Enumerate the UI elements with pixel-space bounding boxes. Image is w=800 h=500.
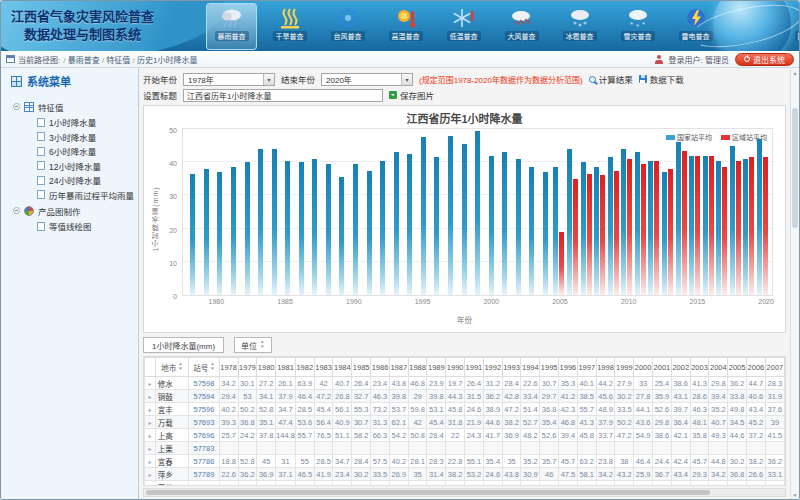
year-column-header-2000[interactable]: 2000 — [634, 358, 653, 377]
year-column-header-1994[interactable]: 1994 — [521, 358, 540, 377]
start-year-label: 开始年份 — [143, 73, 177, 85]
station-id-cell: 57596 — [189, 403, 220, 416]
year-column-header-1981[interactable]: 1981 — [276, 358, 296, 377]
value-cell — [408, 442, 427, 455]
value-cell: 47.2 — [314, 390, 333, 403]
geo-column-header[interactable]: 地市▲▼ — [155, 358, 188, 377]
tree-item-isoline[interactable]: 等值线绘图 — [37, 219, 138, 234]
tree-item-12h-precip[interactable]: 12小时降水量 — [37, 159, 138, 174]
row-expand-icon[interactable]: ▸ — [145, 455, 156, 468]
year-column-header-1979[interactable]: 1979 — [238, 358, 257, 377]
value-cell: 26.4 — [465, 377, 484, 390]
row-expand-icon[interactable]: ▸ — [145, 390, 156, 403]
tree-item-1h-precip[interactable]: 1小时降水量 — [37, 115, 138, 130]
year-column-header-1993[interactable]: 1993 — [502, 358, 521, 377]
year-column-header-2003[interactable]: 2003 — [690, 358, 709, 377]
toolbar-item-hail[interactable]: 冰雹普查 — [555, 4, 604, 49]
year-column-header-1985[interactable]: 1985 — [352, 358, 371, 377]
toolbar-item-rainstorm[interactable]: 暴雨普查 — [207, 4, 256, 49]
breadcrumb-item[interactable]: 历史1小时降水量 — [137, 56, 197, 65]
bar-regional-2019 — [749, 157, 754, 295]
year-column-header-1995[interactable]: 1995 — [540, 358, 559, 377]
row-expand-icon[interactable]: ▸ — [145, 403, 156, 416]
row-expand-icon[interactable]: ▸ — [145, 442, 156, 455]
bar-national-1985 — [285, 161, 290, 295]
value-cell: 44.7 — [747, 377, 766, 390]
value-cell: 51.1 — [333, 429, 352, 442]
expander-icon[interactable] — [13, 103, 20, 110]
breadcrumb-item[interactable]: 暴雨普查 — [68, 56, 100, 65]
year-column-header-1989[interactable]: 1989 — [427, 358, 446, 377]
year-column-header-2007[interactable]: 2007 — [765, 358, 784, 377]
value-cell: 56.1 — [333, 403, 352, 416]
start-year-select[interactable]: 1978年 ▾ — [183, 73, 275, 86]
row-expand-icon[interactable]: ▸ — [145, 481, 156, 487]
toolbar-item-typhoon[interactable]: 台风普查 — [323, 4, 372, 49]
year-column-header-2005[interactable]: 2005 — [728, 358, 747, 377]
toolbar-item-label: 暴雨普查 — [215, 31, 249, 41]
year-column-header-1978[interactable]: 1978 — [219, 358, 238, 377]
scroll-up-arrow[interactable]: ▲ — [791, 68, 799, 77]
row-expand-icon[interactable]: ▸ — [145, 429, 156, 442]
unit-dropdown[interactable]: 单位 ▲▼ — [234, 337, 271, 353]
bar-group-1990 — [349, 129, 363, 295]
year-column-header-1991[interactable]: 1991 — [465, 358, 484, 377]
value-cell: 41.3 — [577, 416, 596, 429]
toolbar-item-high-temp[interactable]: 高温普查 — [381, 4, 430, 49]
tree-parent-product-map[interactable]: 产品图制作 — [13, 202, 138, 219]
horizontal-scrollbar[interactable] — [143, 488, 786, 497]
tree-item-24h-precip[interactable]: 24小时降水量 — [37, 173, 138, 188]
value-cell: 36.8 — [540, 403, 559, 416]
end-year-select[interactable]: 2020年 ▾ — [321, 73, 413, 86]
year-column-header-2004[interactable]: 2004 — [709, 358, 728, 377]
station-id-cell: 57786 — [189, 455, 220, 468]
bar-national-2018 — [730, 146, 735, 295]
year-column-header-2001[interactable]: 2001 — [653, 358, 672, 377]
data-download-button[interactable]: 数据下载 — [639, 73, 684, 85]
expander-icon[interactable] — [13, 207, 20, 214]
year-column-header-1983[interactable]: 1983 — [314, 358, 333, 377]
exit-system-button[interactable]: 退出系统 — [735, 53, 794, 66]
save-image-button[interactable]: 保存图片 — [389, 89, 434, 101]
year-column-header-1980[interactable]: 1980 — [257, 358, 276, 377]
tree-parent-feature-values[interactable]: 特征值 — [13, 98, 138, 115]
scroll-down-arrow[interactable]: ▼ — [791, 490, 799, 499]
year-column-header-1988[interactable]: 1988 — [408, 358, 427, 377]
value-cell: 31.9 — [765, 390, 784, 403]
year-column-header-1999[interactable]: 1999 — [615, 358, 634, 377]
year-column-header-1998[interactable]: 1998 — [596, 358, 615, 377]
horizontal-scrollbar-thumb[interactable] — [146, 490, 710, 495]
app-title: 江西省气象灾害风险普查 数据处理与制图系统 — [11, 8, 154, 43]
vertical-scrollbar[interactable]: ▲ ▼ — [790, 68, 799, 499]
value-cell: 39.3 — [219, 416, 238, 429]
vertical-scrollbar-thumb[interactable] — [792, 108, 798, 228]
toolbar-item-snow-disaster[interactable]: ***雪灾普查 — [613, 4, 662, 49]
calculate-result-button[interactable]: 计算结果 — [589, 73, 633, 85]
bar-national-1983 — [258, 149, 263, 295]
year-column-header-1986[interactable]: 1986 — [371, 358, 390, 377]
tree-item-6h-precip[interactable]: 6小时降水量 — [37, 144, 138, 159]
toolbar-item-drought[interactable]: 干旱普查 — [265, 4, 314, 49]
start-year-value: 1978年 — [188, 74, 214, 85]
breadcrumb-item[interactable]: 特征值 — [106, 56, 130, 65]
row-expand-icon[interactable]: ▸ — [145, 468, 156, 481]
toolbar-item-gale[interactable]: 大风普查 — [497, 4, 546, 49]
app-header: 江西省气象灾害风险普查 数据处理与制图系统 暴雨普查干旱普查台风普查高温普查低温… — [1, 1, 799, 51]
year-column-header-1992[interactable]: 1992 — [483, 358, 502, 377]
table-row-57791: ▸莲花5779123.935.535.557.521.446.852.847.8… — [145, 481, 785, 487]
tree-item-process-avg[interactable]: 历年暴雨过程平均雨量 — [37, 188, 138, 203]
tree-item-3h-precip[interactable]: 3小时降水量 — [37, 130, 138, 145]
year-column-header-1997[interactable]: 1997 — [577, 358, 596, 377]
year-column-header-1996[interactable]: 1996 — [559, 358, 578, 377]
toolbar-item-low-temp[interactable]: 低温普查 — [439, 4, 488, 49]
year-column-header-2006[interactable]: 2006 — [747, 358, 766, 377]
row-expand-icon[interactable]: ▸ — [145, 416, 156, 429]
year-column-header-1982[interactable]: 1982 — [295, 358, 314, 377]
station-column-header[interactable]: 站号▲▼ — [189, 358, 220, 377]
year-column-header-1990[interactable]: 1990 — [446, 358, 465, 377]
year-column-header-2002[interactable]: 2002 — [671, 358, 690, 377]
year-column-header-1984[interactable]: 1984 — [333, 358, 352, 377]
chart-title-input[interactable] — [183, 89, 383, 102]
year-column-header-1987[interactable]: 1987 — [389, 358, 408, 377]
row-expand-icon[interactable]: ▸ — [145, 377, 156, 390]
